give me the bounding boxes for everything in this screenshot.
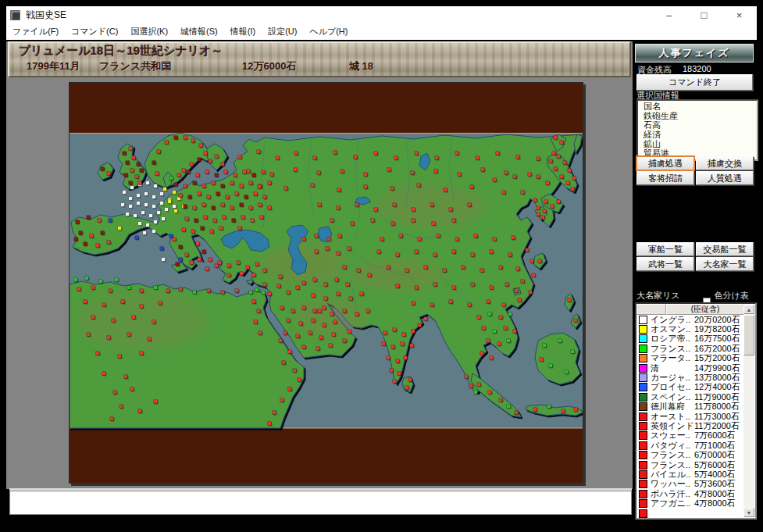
castle-marker[interactable] [249, 291, 253, 295]
castle-marker[interactable] [412, 330, 415, 334]
castle-marker[interactable] [537, 157, 540, 161]
castle-marker[interactable] [282, 361, 286, 365]
castle-marker[interactable] [254, 192, 258, 196]
castle-marker[interactable] [154, 220, 158, 224]
castle-marker[interactable] [493, 178, 497, 182]
castle-marker[interactable] [396, 284, 400, 288]
castle-marker[interactable] [190, 162, 194, 166]
castle-marker[interactable] [252, 273, 256, 277]
castle-marker[interactable] [452, 219, 456, 223]
castle-marker[interactable] [371, 219, 375, 223]
castle-marker[interactable] [201, 227, 205, 230]
castle-marker[interactable] [166, 289, 170, 293]
castle-marker[interactable] [232, 219, 236, 223]
castle-marker[interactable] [374, 152, 378, 155]
castle-marker[interactable] [152, 195, 156, 199]
castle-marker[interactable] [499, 316, 503, 320]
castle-marker[interactable] [554, 167, 558, 171]
castle-marker[interactable] [444, 188, 447, 192]
castle-marker[interactable] [343, 266, 347, 270]
castle-marker[interactable] [449, 208, 453, 212]
castle-marker[interactable] [227, 264, 231, 268]
castle-marker[interactable] [355, 312, 359, 316]
castle-marker[interactable] [317, 171, 321, 175]
castle-marker[interactable] [107, 336, 111, 340]
castle-marker[interactable] [179, 258, 183, 262]
castle-marker[interactable] [412, 302, 415, 305]
castle-marker[interactable] [471, 283, 475, 287]
castle-marker[interactable] [210, 230, 214, 234]
castle-marker[interactable] [87, 216, 91, 220]
castle-marker[interactable] [299, 322, 303, 326]
castle-marker[interactable] [99, 280, 103, 284]
castle-marker[interactable] [530, 259, 534, 263]
castle-marker[interactable] [490, 356, 494, 360]
castle-marker[interactable] [215, 155, 219, 159]
castle-marker[interactable] [516, 267, 520, 271]
castle-marker[interactable] [452, 286, 456, 290]
castle-marker[interactable] [487, 300, 490, 304]
castle-marker[interactable] [402, 333, 406, 337]
castle-marker[interactable] [284, 187, 288, 191]
daimyo-list[interactable]: (臣従含) イングラ..20万0200石オスマン..19万8200石ロシア帝..… [635, 302, 757, 520]
castle-marker[interactable] [268, 206, 272, 210]
castle-marker[interactable] [571, 187, 575, 191]
castle-marker[interactable] [549, 159, 553, 163]
captive-exchange-button[interactable]: 捕虜交換 [696, 156, 754, 170]
daimyo-list-button[interactable]: 大名家一覧 [696, 257, 754, 271]
daimyo-row[interactable] [636, 509, 755, 518]
castle-marker[interactable] [273, 411, 276, 415]
castle-marker[interactable] [432, 222, 436, 226]
castle-marker[interactable] [560, 141, 564, 145]
castle-marker[interactable] [130, 186, 134, 190]
castle-marker[interactable] [529, 291, 533, 295]
castle-marker[interactable] [230, 206, 234, 210]
castle-marker[interactable] [465, 375, 469, 379]
castle-marker[interactable] [123, 191, 127, 195]
castle-marker[interactable] [240, 184, 244, 188]
castle-marker[interactable] [364, 173, 368, 177]
castle-marker[interactable] [521, 280, 525, 284]
castle-marker[interactable] [234, 173, 237, 177]
castle-marker[interactable] [224, 170, 228, 174]
castle-marker[interactable] [288, 387, 292, 391]
castle-marker[interactable] [326, 247, 330, 251]
castle-marker[interactable] [468, 203, 472, 207]
castle-marker[interactable] [138, 181, 142, 185]
castle-marker[interactable] [152, 161, 156, 165]
castle-marker[interactable] [179, 287, 183, 291]
castle-marker[interactable] [191, 139, 195, 143]
castle-marker[interactable] [140, 352, 144, 355]
castle-marker[interactable] [315, 234, 319, 238]
castle-marker[interactable] [138, 222, 142, 226]
castle-marker[interactable] [518, 298, 522, 302]
castle-marker[interactable] [216, 192, 220, 196]
castle-marker[interactable] [333, 151, 337, 155]
castle-marker[interactable] [160, 247, 164, 251]
castle-marker[interactable] [470, 185, 474, 189]
castle-marker[interactable] [258, 203, 262, 207]
castle-marker[interactable] [477, 316, 481, 320]
castle-marker[interactable] [296, 334, 300, 338]
castle-marker[interactable] [287, 291, 291, 295]
castle-marker[interactable] [113, 391, 117, 395]
castle-marker[interactable] [313, 309, 317, 313]
castle-marker[interactable] [449, 300, 453, 304]
castle-marker[interactable] [346, 283, 350, 287]
castle-marker[interactable] [513, 175, 517, 179]
castle-marker[interactable] [79, 231, 83, 235]
castle-marker[interactable] [184, 136, 187, 140]
captive-treatment-button[interactable]: 捕虜処遇 [636, 156, 694, 170]
castle-marker[interactable] [227, 273, 231, 277]
castle-marker[interactable] [240, 272, 244, 276]
castle-marker[interactable] [327, 237, 331, 241]
castle-marker[interactable] [312, 319, 316, 323]
castle-marker[interactable] [504, 327, 508, 330]
castle-marker[interactable] [127, 286, 131, 290]
castle-marker[interactable] [549, 364, 553, 368]
castle-marker[interactable] [202, 203, 206, 207]
castle-marker[interactable] [144, 192, 148, 196]
castle-marker[interactable] [160, 202, 164, 205]
castle-marker[interactable] [251, 219, 255, 223]
castle-marker[interactable] [538, 259, 542, 263]
